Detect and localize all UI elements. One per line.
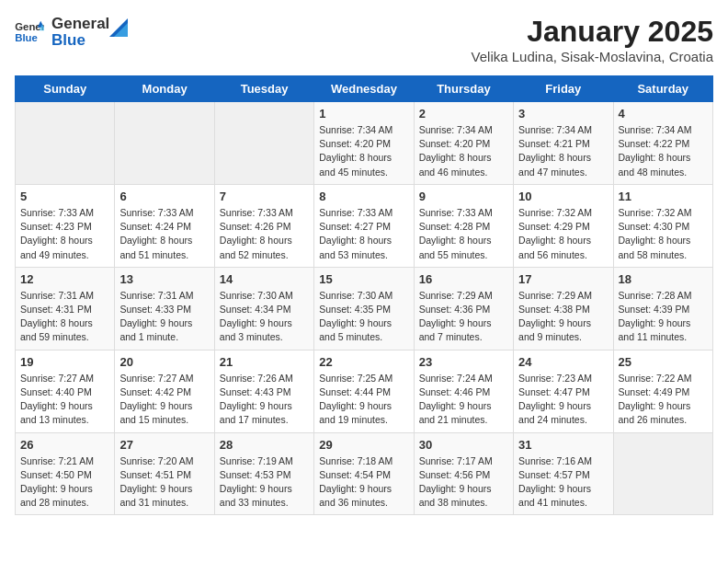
day-info: Sunrise: 7:31 AM Sunset: 4:33 PM Dayligh… bbox=[119, 289, 209, 345]
day-number: 2 bbox=[419, 107, 508, 121]
calendar-header-row: SundayMondayTuesdayWednesdayThursdayFrid… bbox=[16, 76, 713, 102]
calendar-week-row: 1Sunrise: 7:34 AM Sunset: 4:20 PM Daylig… bbox=[16, 102, 713, 185]
calendar-table: SundayMondayTuesdayWednesdayThursdayFrid… bbox=[15, 75, 713, 515]
day-info: Sunrise: 7:23 AM Sunset: 4:47 PM Dayligh… bbox=[518, 372, 608, 428]
day-info: Sunrise: 7:29 AM Sunset: 4:38 PM Dayligh… bbox=[518, 289, 608, 345]
calendar-cell: 2Sunrise: 7:34 AM Sunset: 4:20 PM Daylig… bbox=[414, 102, 513, 185]
calendar-cell: 6Sunrise: 7:33 AM Sunset: 4:24 PM Daylig… bbox=[115, 184, 214, 267]
calendar-cell: 18Sunrise: 7:28 AM Sunset: 4:39 PM Dayli… bbox=[613, 267, 712, 350]
day-number: 11 bbox=[619, 190, 708, 203]
day-info: Sunrise: 7:33 AM Sunset: 4:23 PM Dayligh… bbox=[20, 206, 109, 262]
day-info: Sunrise: 7:34 AM Sunset: 4:21 PM Dayligh… bbox=[518, 123, 608, 179]
day-number: 26 bbox=[20, 438, 109, 452]
day-number: 16 bbox=[419, 272, 508, 286]
day-number: 13 bbox=[119, 272, 209, 286]
title-block: January 2025 Velika Ludina, Sisak-Moslav… bbox=[472, 15, 713, 64]
day-info: Sunrise: 7:16 AM Sunset: 4:57 PM Dayligh… bbox=[518, 454, 608, 511]
day-info: Sunrise: 7:33 AM Sunset: 4:26 PM Dayligh… bbox=[220, 206, 309, 262]
calendar-cell: 5Sunrise: 7:33 AM Sunset: 4:23 PM Daylig… bbox=[16, 184, 115, 267]
day-info: Sunrise: 7:28 AM Sunset: 4:39 PM Dayligh… bbox=[619, 289, 708, 345]
calendar-cell: 24Sunrise: 7:23 AM Sunset: 4:47 PM Dayli… bbox=[514, 350, 613, 432]
calendar-cell: 16Sunrise: 7:29 AM Sunset: 4:36 PM Dayli… bbox=[414, 267, 513, 350]
day-number: 22 bbox=[319, 355, 408, 369]
calendar-cell: 28Sunrise: 7:19 AM Sunset: 4:53 PM Dayli… bbox=[214, 432, 313, 515]
day-number: 30 bbox=[419, 438, 508, 452]
day-number: 18 bbox=[619, 272, 708, 286]
day-info: Sunrise: 7:29 AM Sunset: 4:36 PM Dayligh… bbox=[419, 289, 508, 345]
calendar-cell: 27Sunrise: 7:20 AM Sunset: 4:51 PM Dayli… bbox=[115, 432, 214, 515]
day-info: Sunrise: 7:19 AM Sunset: 4:53 PM Dayligh… bbox=[220, 454, 309, 511]
calendar-cell: 11Sunrise: 7:32 AM Sunset: 4:30 PM Dayli… bbox=[613, 184, 712, 267]
day-number: 27 bbox=[119, 438, 209, 452]
calendar-cell bbox=[115, 102, 214, 185]
calendar-cell: 7Sunrise: 7:33 AM Sunset: 4:26 PM Daylig… bbox=[214, 184, 313, 267]
calendar-cell: 15Sunrise: 7:30 AM Sunset: 4:35 PM Dayli… bbox=[314, 267, 414, 350]
day-header-tuesday: Tuesday bbox=[214, 76, 313, 102]
logo-blue-text: Blue bbox=[51, 31, 109, 50]
day-info: Sunrise: 7:34 AM Sunset: 4:20 PM Dayligh… bbox=[419, 123, 508, 179]
day-number: 3 bbox=[518, 107, 608, 121]
calendar-cell: 26Sunrise: 7:21 AM Sunset: 4:50 PM Dayli… bbox=[16, 432, 115, 515]
calendar-cell: 1Sunrise: 7:34 AM Sunset: 4:20 PM Daylig… bbox=[314, 102, 414, 185]
day-number: 8 bbox=[319, 190, 408, 203]
day-number: 24 bbox=[518, 355, 608, 369]
day-header-monday: Monday bbox=[115, 76, 214, 102]
calendar-cell: 19Sunrise: 7:27 AM Sunset: 4:40 PM Dayli… bbox=[16, 350, 115, 432]
day-info: Sunrise: 7:32 AM Sunset: 4:30 PM Dayligh… bbox=[619, 206, 708, 262]
calendar-cell: 29Sunrise: 7:18 AM Sunset: 4:54 PM Dayli… bbox=[314, 432, 414, 515]
calendar-cell: 17Sunrise: 7:29 AM Sunset: 4:38 PM Dayli… bbox=[514, 267, 613, 350]
calendar-cell: 14Sunrise: 7:30 AM Sunset: 4:34 PM Dayli… bbox=[214, 267, 313, 350]
logo-icon: General Blue bbox=[15, 19, 44, 45]
day-number: 29 bbox=[319, 438, 408, 452]
day-header-friday: Friday bbox=[514, 76, 613, 102]
day-info: Sunrise: 7:24 AM Sunset: 4:46 PM Dayligh… bbox=[419, 372, 508, 428]
day-header-wednesday: Wednesday bbox=[314, 76, 414, 102]
day-header-saturday: Saturday bbox=[613, 76, 712, 102]
day-info: Sunrise: 7:17 AM Sunset: 4:56 PM Dayligh… bbox=[419, 454, 508, 511]
day-number: 9 bbox=[419, 190, 508, 203]
day-number: 20 bbox=[119, 355, 209, 369]
day-number: 19 bbox=[20, 355, 109, 369]
day-number: 21 bbox=[220, 355, 309, 369]
calendar-cell: 8Sunrise: 7:33 AM Sunset: 4:27 PM Daylig… bbox=[314, 184, 414, 267]
calendar-cell: 20Sunrise: 7:27 AM Sunset: 4:42 PM Dayli… bbox=[115, 350, 214, 432]
logo-general-text: General bbox=[51, 15, 109, 33]
calendar-cell: 21Sunrise: 7:26 AM Sunset: 4:43 PM Dayli… bbox=[214, 350, 313, 432]
day-info: Sunrise: 7:22 AM Sunset: 4:49 PM Dayligh… bbox=[619, 372, 708, 428]
day-info: Sunrise: 7:32 AM Sunset: 4:29 PM Dayligh… bbox=[518, 206, 608, 262]
calendar-cell: 30Sunrise: 7:17 AM Sunset: 4:56 PM Dayli… bbox=[414, 432, 513, 515]
day-info: Sunrise: 7:21 AM Sunset: 4:50 PM Dayligh… bbox=[20, 454, 109, 511]
day-number: 1 bbox=[319, 107, 408, 121]
day-number: 14 bbox=[220, 272, 309, 286]
day-info: Sunrise: 7:31 AM Sunset: 4:31 PM Dayligh… bbox=[20, 289, 109, 345]
calendar-cell: 25Sunrise: 7:22 AM Sunset: 4:49 PM Dayli… bbox=[613, 350, 712, 432]
calendar-cell bbox=[16, 102, 115, 185]
day-info: Sunrise: 7:25 AM Sunset: 4:44 PM Dayligh… bbox=[319, 372, 408, 428]
day-number: 4 bbox=[619, 107, 708, 121]
day-number: 6 bbox=[119, 190, 209, 203]
calendar-cell bbox=[613, 432, 712, 515]
day-number: 17 bbox=[518, 272, 608, 286]
calendar-cell: 12Sunrise: 7:31 AM Sunset: 4:31 PM Dayli… bbox=[16, 267, 115, 350]
day-number: 15 bbox=[319, 272, 408, 286]
day-info: Sunrise: 7:33 AM Sunset: 4:27 PM Dayligh… bbox=[319, 206, 408, 262]
day-info: Sunrise: 7:30 AM Sunset: 4:34 PM Dayligh… bbox=[220, 289, 309, 345]
svg-marker-5 bbox=[114, 23, 128, 37]
month-title: January 2025 bbox=[472, 15, 713, 49]
calendar-cell: 22Sunrise: 7:25 AM Sunset: 4:44 PM Dayli… bbox=[314, 350, 414, 432]
day-info: Sunrise: 7:33 AM Sunset: 4:24 PM Dayligh… bbox=[119, 206, 209, 262]
day-info: Sunrise: 7:26 AM Sunset: 4:43 PM Dayligh… bbox=[220, 372, 309, 428]
day-header-thursday: Thursday bbox=[414, 76, 513, 102]
calendar-week-row: 19Sunrise: 7:27 AM Sunset: 4:40 PM Dayli… bbox=[16, 350, 713, 432]
day-info: Sunrise: 7:34 AM Sunset: 4:20 PM Dayligh… bbox=[319, 123, 408, 179]
day-number: 10 bbox=[518, 190, 608, 203]
calendar-week-row: 26Sunrise: 7:21 AM Sunset: 4:50 PM Dayli… bbox=[16, 432, 713, 515]
logo-triangle-icon bbox=[109, 18, 128, 37]
calendar-cell: 13Sunrise: 7:31 AM Sunset: 4:33 PM Dayli… bbox=[115, 267, 214, 350]
page-header: General Blue General Blue January 2025 V… bbox=[15, 15, 713, 64]
calendar-cell: 3Sunrise: 7:34 AM Sunset: 4:21 PM Daylig… bbox=[514, 102, 613, 185]
day-info: Sunrise: 7:33 AM Sunset: 4:28 PM Dayligh… bbox=[419, 206, 508, 262]
calendar-cell: 4Sunrise: 7:34 AM Sunset: 4:22 PM Daylig… bbox=[613, 102, 712, 185]
day-number: 7 bbox=[220, 190, 309, 203]
day-info: Sunrise: 7:34 AM Sunset: 4:22 PM Dayligh… bbox=[619, 123, 708, 179]
